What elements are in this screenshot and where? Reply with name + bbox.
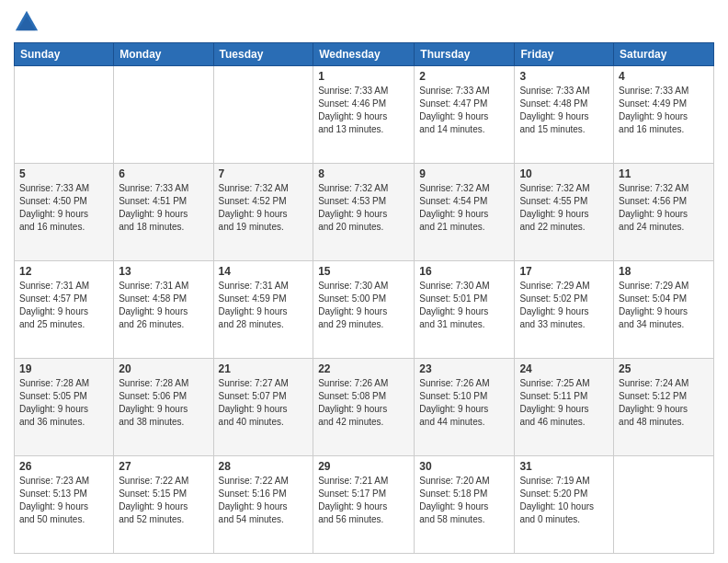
day-info: Sunrise: 7:24 AM Sunset: 5:12 PM Dayligh… bbox=[619, 377, 709, 429]
day-cell: 20Sunrise: 7:28 AM Sunset: 5:06 PM Dayli… bbox=[114, 359, 213, 456]
day-number: 17 bbox=[519, 265, 609, 278]
day-info: Sunrise: 7:27 AM Sunset: 5:07 PM Dayligh… bbox=[219, 377, 309, 429]
header-cell-thursday: Thursday bbox=[415, 43, 515, 66]
day-number: 15 bbox=[318, 265, 409, 278]
header-cell-tuesday: Tuesday bbox=[213, 43, 313, 66]
day-number: 28 bbox=[219, 460, 309, 473]
week-row-3: 12Sunrise: 7:31 AM Sunset: 4:57 PM Dayli… bbox=[15, 261, 714, 359]
day-number: 13 bbox=[119, 265, 208, 278]
day-info: Sunrise: 7:26 AM Sunset: 5:10 PM Dayligh… bbox=[419, 377, 509, 429]
day-cell: 4Sunrise: 7:33 AM Sunset: 4:49 PM Daylig… bbox=[614, 66, 714, 164]
header-cell-friday: Friday bbox=[515, 43, 614, 66]
day-number: 20 bbox=[119, 362, 208, 375]
day-cell: 29Sunrise: 7:21 AM Sunset: 5:17 PM Dayli… bbox=[313, 456, 415, 554]
day-number: 1 bbox=[318, 70, 409, 83]
day-number: 30 bbox=[419, 460, 509, 473]
day-number: 12 bbox=[19, 265, 108, 278]
day-number: 29 bbox=[318, 460, 409, 473]
day-info: Sunrise: 7:28 AM Sunset: 5:06 PM Dayligh… bbox=[119, 377, 208, 429]
day-info: Sunrise: 7:32 AM Sunset: 4:52 PM Dayligh… bbox=[219, 182, 309, 234]
day-number: 24 bbox=[519, 362, 609, 375]
day-number: 23 bbox=[419, 362, 509, 375]
day-info: Sunrise: 7:33 AM Sunset: 4:49 PM Dayligh… bbox=[619, 85, 709, 136]
day-cell: 18Sunrise: 7:29 AM Sunset: 5:04 PM Dayli… bbox=[614, 261, 714, 359]
day-info: Sunrise: 7:23 AM Sunset: 5:13 PM Dayligh… bbox=[19, 475, 108, 526]
day-info: Sunrise: 7:33 AM Sunset: 4:48 PM Dayligh… bbox=[519, 85, 609, 136]
day-cell: 19Sunrise: 7:28 AM Sunset: 5:05 PM Dayli… bbox=[15, 359, 114, 456]
week-row-5: 26Sunrise: 7:23 AM Sunset: 5:13 PM Dayli… bbox=[15, 456, 714, 554]
week-row-1: 1Sunrise: 7:33 AM Sunset: 4:46 PM Daylig… bbox=[15, 66, 714, 164]
day-info: Sunrise: 7:30 AM Sunset: 5:01 PM Dayligh… bbox=[419, 280, 509, 331]
day-number: 10 bbox=[519, 167, 609, 180]
header-cell-monday: Monday bbox=[114, 43, 213, 66]
week-row-4: 19Sunrise: 7:28 AM Sunset: 5:05 PM Dayli… bbox=[15, 359, 714, 456]
day-number: 14 bbox=[219, 265, 309, 278]
day-number: 22 bbox=[318, 362, 409, 375]
day-cell: 10Sunrise: 7:32 AM Sunset: 4:55 PM Dayli… bbox=[515, 164, 614, 261]
day-cell: 14Sunrise: 7:31 AM Sunset: 4:59 PM Dayli… bbox=[213, 261, 313, 359]
header-cell-saturday: Saturday bbox=[614, 43, 714, 66]
day-info: Sunrise: 7:29 AM Sunset: 5:02 PM Dayligh… bbox=[519, 280, 609, 331]
day-number: 18 bbox=[619, 265, 709, 278]
day-info: Sunrise: 7:32 AM Sunset: 4:53 PM Dayligh… bbox=[318, 182, 409, 234]
day-info: Sunrise: 7:32 AM Sunset: 4:55 PM Dayligh… bbox=[519, 182, 609, 234]
day-info: Sunrise: 7:33 AM Sunset: 4:46 PM Dayligh… bbox=[318, 85, 409, 136]
day-cell: 21Sunrise: 7:27 AM Sunset: 5:07 PM Dayli… bbox=[213, 359, 313, 456]
day-info: Sunrise: 7:33 AM Sunset: 4:51 PM Dayligh… bbox=[119, 182, 208, 234]
day-number: 2 bbox=[419, 70, 509, 83]
day-cell: 2Sunrise: 7:33 AM Sunset: 4:47 PM Daylig… bbox=[415, 66, 515, 164]
day-number: 19 bbox=[19, 362, 108, 375]
day-cell: 11Sunrise: 7:32 AM Sunset: 4:56 PM Dayli… bbox=[614, 164, 714, 261]
day-cell: 31Sunrise: 7:19 AM Sunset: 5:20 PM Dayli… bbox=[515, 456, 614, 554]
day-cell: 13Sunrise: 7:31 AM Sunset: 4:58 PM Dayli… bbox=[114, 261, 213, 359]
day-cell: 1Sunrise: 7:33 AM Sunset: 4:46 PM Daylig… bbox=[313, 66, 415, 164]
day-cell: 24Sunrise: 7:25 AM Sunset: 5:11 PM Dayli… bbox=[515, 359, 614, 456]
day-info: Sunrise: 7:22 AM Sunset: 5:15 PM Dayligh… bbox=[119, 475, 208, 526]
day-number: 9 bbox=[419, 167, 509, 180]
day-cell bbox=[114, 66, 213, 164]
day-number: 5 bbox=[19, 167, 108, 180]
day-number: 27 bbox=[119, 460, 208, 473]
day-number: 16 bbox=[419, 265, 509, 278]
day-number: 11 bbox=[619, 167, 709, 180]
day-info: Sunrise: 7:21 AM Sunset: 5:17 PM Dayligh… bbox=[318, 475, 409, 526]
day-number: 4 bbox=[619, 70, 709, 83]
day-info: Sunrise: 7:28 AM Sunset: 5:05 PM Dayligh… bbox=[19, 377, 108, 429]
logo bbox=[14, 9, 43, 35]
day-number: 6 bbox=[119, 167, 208, 180]
day-info: Sunrise: 7:33 AM Sunset: 4:47 PM Dayligh… bbox=[419, 85, 509, 136]
calendar-header: SundayMondayTuesdayWednesdayThursdayFrid… bbox=[15, 43, 714, 66]
day-number: 7 bbox=[219, 167, 309, 180]
day-info: Sunrise: 7:33 AM Sunset: 4:50 PM Dayligh… bbox=[19, 182, 108, 234]
day-cell: 9Sunrise: 7:32 AM Sunset: 4:54 PM Daylig… bbox=[415, 164, 515, 261]
day-info: Sunrise: 7:31 AM Sunset: 4:59 PM Dayligh… bbox=[219, 280, 309, 331]
header-cell-wednesday: Wednesday bbox=[313, 43, 415, 66]
day-info: Sunrise: 7:32 AM Sunset: 4:54 PM Dayligh… bbox=[419, 182, 509, 234]
day-info: Sunrise: 7:25 AM Sunset: 5:11 PM Dayligh… bbox=[519, 377, 609, 429]
calendar-body: 1Sunrise: 7:33 AM Sunset: 4:46 PM Daylig… bbox=[15, 66, 714, 554]
day-number: 26 bbox=[19, 460, 108, 473]
day-number: 3 bbox=[519, 70, 609, 83]
day-cell: 16Sunrise: 7:30 AM Sunset: 5:01 PM Dayli… bbox=[415, 261, 515, 359]
day-cell bbox=[15, 66, 114, 164]
logo-icon bbox=[14, 9, 40, 35]
day-cell: 26Sunrise: 7:23 AM Sunset: 5:13 PM Dayli… bbox=[15, 456, 114, 554]
page: SundayMondayTuesdayWednesdayThursdayFrid… bbox=[0, 0, 728, 563]
day-cell: 5Sunrise: 7:33 AM Sunset: 4:50 PM Daylig… bbox=[15, 164, 114, 261]
day-cell: 15Sunrise: 7:30 AM Sunset: 5:00 PM Dayli… bbox=[313, 261, 415, 359]
day-info: Sunrise: 7:26 AM Sunset: 5:08 PM Dayligh… bbox=[318, 377, 409, 429]
day-info: Sunrise: 7:22 AM Sunset: 5:16 PM Dayligh… bbox=[219, 475, 309, 526]
day-cell: 28Sunrise: 7:22 AM Sunset: 5:16 PM Dayli… bbox=[213, 456, 313, 554]
day-cell: 23Sunrise: 7:26 AM Sunset: 5:10 PM Dayli… bbox=[415, 359, 515, 456]
day-cell: 8Sunrise: 7:32 AM Sunset: 4:53 PM Daylig… bbox=[313, 164, 415, 261]
day-cell: 27Sunrise: 7:22 AM Sunset: 5:15 PM Dayli… bbox=[114, 456, 213, 554]
day-cell: 6Sunrise: 7:33 AM Sunset: 4:51 PM Daylig… bbox=[114, 164, 213, 261]
calendar: SundayMondayTuesdayWednesdayThursdayFrid… bbox=[14, 42, 714, 554]
day-cell: 7Sunrise: 7:32 AM Sunset: 4:52 PM Daylig… bbox=[213, 164, 313, 261]
day-cell: 17Sunrise: 7:29 AM Sunset: 5:02 PM Dayli… bbox=[515, 261, 614, 359]
day-info: Sunrise: 7:31 AM Sunset: 4:58 PM Dayligh… bbox=[119, 280, 208, 331]
day-info: Sunrise: 7:31 AM Sunset: 4:57 PM Dayligh… bbox=[19, 280, 108, 331]
header bbox=[14, 9, 714, 35]
day-number: 31 bbox=[519, 460, 609, 473]
day-info: Sunrise: 7:29 AM Sunset: 5:04 PM Dayligh… bbox=[619, 280, 709, 331]
